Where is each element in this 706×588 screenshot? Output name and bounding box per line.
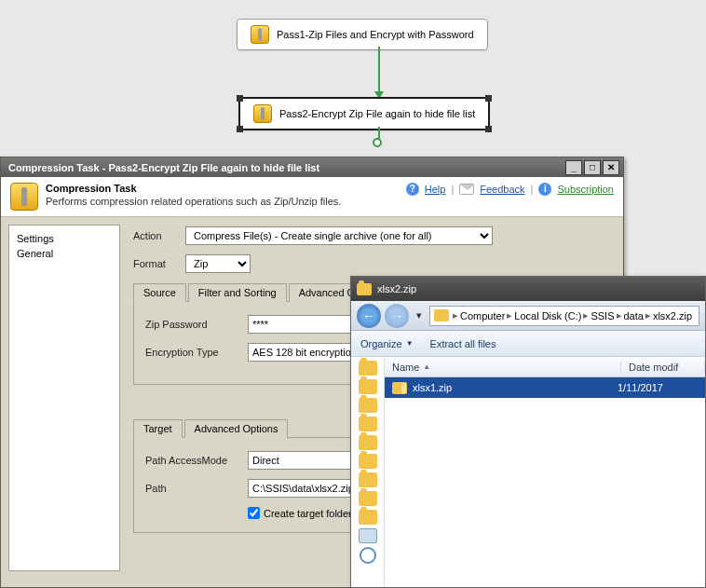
explorer-window: xlsx2.zip ← → ▾ ▸ Computer ▸ Local Disk … [350, 276, 706, 588]
zip-icon [253, 104, 272, 123]
create-target-folder-checkbox[interactable] [248, 507, 260, 519]
sidebar-folder[interactable] [359, 379, 377, 394]
connector-ring[interactable] [373, 138, 382, 147]
sidebar-folder[interactable] [359, 491, 377, 506]
file-date: 1/11/2017 [618, 382, 701, 393]
file-name: xlsx1.zip [413, 382, 452, 393]
help-link[interactable]: Help [425, 184, 446, 195]
close-button[interactable]: ✕ [603, 160, 619, 175]
flow-node-pass2[interactable]: Pass2-Encrypt Zip File again to hide fil… [238, 97, 490, 130]
breadcrumb-disk[interactable]: Local Disk (C:) [514, 310, 581, 321]
folder-icon [434, 309, 449, 321]
help-icon: ? [406, 183, 419, 196]
action-label: Action [133, 230, 185, 241]
zip-file-icon [392, 382, 407, 394]
path-label: Path [145, 483, 248, 494]
maximize-button[interactable]: □ [584, 160, 601, 175]
flow-node-pass1[interactable]: Pass1-Zip Files and Encrypt with Passwor… [237, 19, 488, 50]
compression-icon [10, 183, 38, 211]
workflow-canvas[interactable]: Pass1-Zip Files and Encrypt with Passwor… [0, 0, 706, 158]
breadcrumb-data[interactable]: data [624, 310, 644, 321]
feedback-link[interactable]: Feedback [480, 184, 524, 195]
path-accessmode-label: Path AccessMode [145, 455, 248, 466]
create-target-folder-label: Create target folder [264, 508, 352, 519]
explorer-sidebar [351, 357, 385, 587]
breadcrumb-file[interactable]: xlsx2.zip [653, 310, 692, 321]
breadcrumb-computer[interactable]: Computer [460, 310, 505, 321]
explorer-file-list: Name▲ Date modif xlsx1.zip 1/11/2017 [385, 357, 705, 587]
file-row[interactable]: xlsx1.zip 1/11/2017 [385, 377, 705, 398]
explorer-toolbar: Organize▼ Extract all files [351, 331, 705, 357]
sidebar-folder[interactable] [359, 398, 377, 413]
dialog-titlebar[interactable]: Compression Task - Pass2-Encrypt Zip Fil… [1, 157, 623, 177]
zip-password-label: Zip Password [145, 319, 248, 330]
explorer-title: xlsx2.zip [377, 283, 416, 294]
sidebar-folder[interactable] [359, 454, 377, 469]
action-select[interactable]: Compress File(s) - Create single archive… [185, 226, 493, 245]
flow-node-label: Pass2-Encrypt Zip File again to hide fil… [279, 108, 475, 119]
extract-all-button[interactable]: Extract all files [430, 338, 496, 349]
column-header-name[interactable]: Name▲ [385, 362, 621, 373]
dialog-header: Compression Task Performs compression re… [1, 177, 623, 217]
minimize-button[interactable]: _ [565, 160, 582, 175]
column-header-date[interactable]: Date modif [621, 362, 705, 373]
side-tab-list: Settings General [8, 225, 120, 571]
explorer-nav: ← → ▾ ▸ Computer ▸ Local Disk (C:) ▸ SSI… [351, 301, 705, 331]
format-select[interactable]: Zip [185, 254, 251, 273]
info-icon: i [538, 183, 551, 196]
sidebar-music[interactable] [360, 547, 376, 564]
sidebar-folder[interactable] [359, 435, 377, 450]
mail-icon [459, 184, 474, 195]
side-tab-settings[interactable]: Settings [17, 231, 112, 246]
dialog-title: Compression Task - Pass2-Encrypt Zip Fil… [5, 162, 563, 173]
nav-forward-button[interactable]: → [385, 304, 409, 328]
sidebar-folder[interactable] [359, 361, 377, 376]
nav-history-dropdown[interactable]: ▾ [413, 307, 426, 325]
breadcrumb[interactable]: ▸ Computer ▸ Local Disk (C:) ▸ SSIS ▸ da… [429, 306, 699, 326]
flow-node-label: Pass1-Zip Files and Encrypt with Passwor… [277, 29, 474, 40]
sidebar-folder[interactable] [359, 472, 377, 487]
organize-button[interactable]: Organize▼ [360, 338, 414, 349]
tab-advanced-options[interactable]: Advanced Options [184, 419, 289, 438]
tab-filter-sorting[interactable]: Filter and Sorting [188, 283, 287, 302]
explorer-titlebar[interactable]: xlsx2.zip [351, 277, 705, 301]
header-description: Performs compression related operations … [46, 196, 341, 207]
side-tab-general[interactable]: General [17, 246, 112, 261]
header-title: Compression Task [46, 183, 341, 194]
sort-asc-icon: ▲ [423, 362, 430, 371]
flow-connector [378, 47, 380, 93]
encryption-type-label: Encryption Type [145, 347, 248, 358]
zip-icon [251, 25, 269, 44]
tab-target[interactable]: Target [133, 419, 183, 438]
sidebar-folder[interactable] [359, 510, 377, 525]
sidebar-pictures[interactable] [359, 528, 377, 543]
format-label: Format [133, 258, 185, 269]
subscription-link[interactable]: Subscription [557, 184, 614, 195]
breadcrumb-ssis[interactable]: SSIS [591, 310, 614, 321]
tab-source[interactable]: Source [133, 283, 186, 302]
sidebar-folder[interactable] [359, 417, 377, 431]
nav-back-button[interactable]: ← [357, 304, 381, 328]
folder-icon [357, 283, 372, 295]
